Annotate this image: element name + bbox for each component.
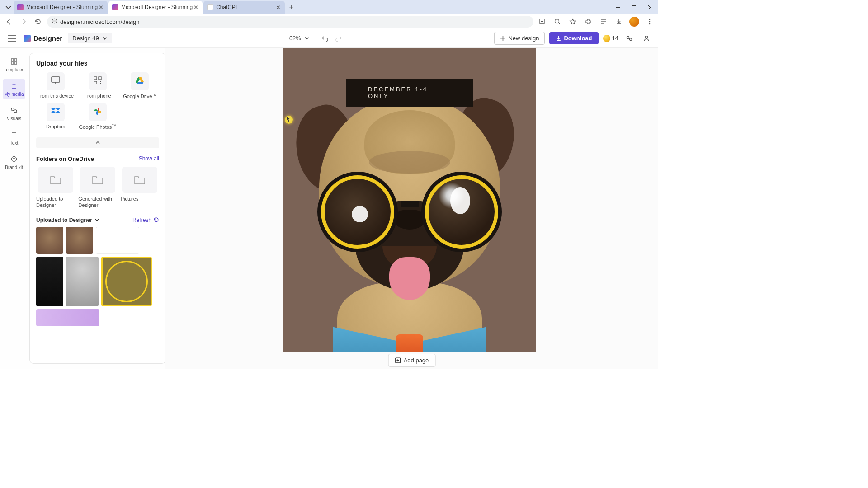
coin-icon bbox=[603, 35, 610, 42]
uploaded-section-header: Uploaded to Designer Refresh bbox=[36, 217, 159, 223]
svg-rect-1 bbox=[632, 5, 636, 9]
show-all-link[interactable]: Show all bbox=[139, 155, 159, 162]
text-icon bbox=[9, 130, 19, 139]
upload-from-device[interactable]: From this device bbox=[36, 72, 75, 99]
reading-list-icon[interactable] bbox=[599, 17, 609, 27]
refresh-icon bbox=[153, 217, 159, 223]
url-text: designer.microsoft.com/design bbox=[60, 19, 140, 25]
media-thumb[interactable] bbox=[36, 309, 99, 326]
app-logo-text: Designer bbox=[33, 34, 62, 42]
new-tab-button[interactable]: + bbox=[286, 2, 297, 13]
media-panel: Upload your files From this device From … bbox=[30, 53, 165, 363]
templates-icon bbox=[9, 57, 19, 66]
svg-point-2 bbox=[52, 19, 57, 23]
upload-from-phone[interactable]: From phone bbox=[78, 72, 117, 99]
svg-point-29 bbox=[14, 158, 15, 159]
upload-icon bbox=[9, 81, 19, 90]
media-thumb-selected[interactable] bbox=[101, 257, 152, 306]
zoom-control[interactable]: 62% bbox=[289, 35, 310, 42]
folder-label: Uploaded to Designer bbox=[36, 196, 75, 209]
media-thumb[interactable] bbox=[96, 227, 139, 254]
media-thumb[interactable] bbox=[66, 257, 99, 306]
browser-tab-3[interactable]: ChatGPT ✕ bbox=[203, 1, 285, 14]
tab-search-dropdown[interactable] bbox=[3, 2, 14, 13]
media-thumb[interactable] bbox=[66, 227, 93, 254]
folder-grid: Uploaded to Designer Generated with Desi… bbox=[36, 167, 159, 209]
svg-rect-40 bbox=[100, 83, 101, 84]
settings-link-icon[interactable] bbox=[623, 32, 636, 45]
upload-dropbox[interactable]: Dropbox bbox=[36, 103, 75, 130]
add-page-button[interactable]: Add page bbox=[388, 354, 436, 367]
app-bar-actions: New design Download 14 bbox=[494, 32, 653, 45]
browser-tab-2[interactable]: Microsoft Designer - Stunning ✕ bbox=[108, 1, 203, 14]
window-close-button[interactable] bbox=[642, 1, 658, 14]
media-thumb[interactable] bbox=[36, 227, 63, 254]
upload-google-drive[interactable]: Google DriveTM bbox=[121, 72, 159, 99]
collapse-section-button[interactable] bbox=[36, 137, 159, 148]
rail-visuals[interactable]: Visuals bbox=[3, 103, 25, 124]
svg-point-18 bbox=[630, 38, 632, 40]
zoom-icon[interactable] bbox=[552, 17, 562, 27]
tab-title: Microsoft Designer - Stunning bbox=[121, 4, 193, 10]
tab-close-icon[interactable]: ✕ bbox=[193, 4, 199, 10]
browser-tab-1[interactable]: Microsoft Designer - Stunning ✕ bbox=[14, 1, 108, 14]
redo-button[interactable] bbox=[333, 33, 344, 44]
folder-uploaded-to-designer[interactable]: Uploaded to Designer bbox=[36, 167, 75, 209]
forward-button[interactable] bbox=[18, 16, 29, 27]
canvas-area[interactable]: DECEMBER 1-4 ONLY Add page bbox=[165, 48, 658, 369]
uploaded-folder-dropdown[interactable]: Uploaded to Designer bbox=[36, 217, 100, 223]
window-maximize-button[interactable] bbox=[626, 1, 642, 14]
tab-close-icon[interactable]: ✕ bbox=[98, 4, 104, 10]
credits-badge[interactable]: 14 bbox=[603, 35, 618, 42]
back-button[interactable] bbox=[4, 16, 14, 27]
refresh-button[interactable]: Refresh bbox=[132, 217, 159, 223]
rail-templates[interactable]: Templates bbox=[3, 54, 25, 75]
dropbox-icon bbox=[51, 107, 60, 117]
rail-text[interactable]: Text bbox=[3, 127, 25, 148]
account-icon[interactable] bbox=[640, 32, 653, 45]
folder-pictures[interactable]: Pictures bbox=[121, 167, 159, 209]
rail-brand-kit[interactable]: Brand kit bbox=[3, 152, 25, 173]
folders-title: Folders on OneDrive bbox=[36, 155, 94, 162]
downloads-icon[interactable] bbox=[614, 17, 624, 27]
menu-hamburger-icon[interactable] bbox=[5, 32, 18, 45]
url-input[interactable]: designer.microsoft.com/design bbox=[47, 16, 533, 28]
svg-point-6 bbox=[555, 19, 559, 23]
upload-label: From this device bbox=[37, 93, 74, 99]
canvas-image-pug[interactable] bbox=[292, 92, 527, 352]
rail-label: My media bbox=[4, 92, 24, 97]
svg-rect-35 bbox=[99, 77, 101, 80]
extensions-icon[interactable] bbox=[583, 17, 593, 27]
rail-my-media[interactable]: My media bbox=[3, 79, 25, 99]
folder-generated-with-designer[interactable]: Generated with Designer bbox=[78, 167, 117, 209]
profile-avatar[interactable] bbox=[629, 17, 639, 27]
undo-button[interactable] bbox=[320, 33, 330, 44]
rail-label: Templates bbox=[4, 67, 24, 72]
download-button[interactable]: Download bbox=[549, 32, 598, 44]
zoom-value: 62% bbox=[289, 35, 301, 42]
app-logo[interactable]: Designer bbox=[24, 34, 62, 42]
new-design-button[interactable]: New design bbox=[494, 32, 545, 45]
site-info-icon[interactable] bbox=[52, 18, 57, 25]
window-minimize-button[interactable] bbox=[609, 1, 626, 14]
visuals-icon bbox=[9, 106, 19, 115]
svg-point-12 bbox=[649, 21, 651, 23]
bookmark-star-icon[interactable] bbox=[568, 17, 578, 27]
browser-menu-icon[interactable] bbox=[645, 17, 655, 27]
svg-rect-39 bbox=[99, 83, 99, 84]
svg-point-26 bbox=[14, 110, 17, 113]
upload-sources: From this device From phone Google Drive… bbox=[36, 72, 159, 130]
download-label: Download bbox=[564, 35, 592, 42]
install-app-icon[interactable] bbox=[537, 17, 547, 27]
reload-button[interactable] bbox=[33, 16, 43, 27]
upload-google-photos[interactable]: Google PhotosTM bbox=[78, 103, 117, 130]
media-thumb[interactable] bbox=[36, 257, 63, 306]
design-name-dropdown[interactable]: Design 49 bbox=[68, 33, 112, 43]
tab-close-icon[interactable]: ✕ bbox=[275, 4, 281, 10]
svg-point-11 bbox=[649, 19, 651, 20]
svg-rect-22 bbox=[14, 59, 17, 61]
tab-title: Microsoft Designer - Stunning bbox=[26, 4, 98, 10]
design-artboard[interactable]: DECEMBER 1-4 ONLY bbox=[283, 48, 536, 352]
canvas-text-banner[interactable]: DECEMBER 1-4 ONLY bbox=[346, 79, 473, 107]
svg-point-27 bbox=[12, 157, 17, 162]
